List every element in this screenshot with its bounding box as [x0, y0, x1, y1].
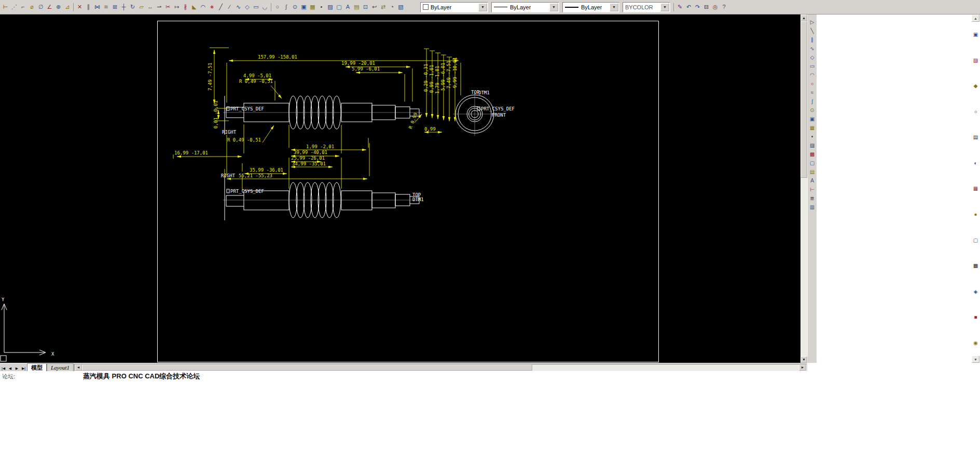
- pan-icon[interactable]: ⇄: [379, 2, 388, 13]
- dim-center-mark-icon[interactable]: ⊕: [54, 2, 63, 13]
- dock-scroll-up-icon[interactable]: ▲: [972, 15, 979, 22]
- circle-icon[interactable]: ○: [273, 2, 282, 13]
- named-views-icon[interactable]: ▧: [396, 2, 405, 13]
- multiline-icon[interactable]: ∥: [808, 35, 817, 44]
- stretch-icon[interactable]: ↔: [146, 2, 155, 13]
- trim-icon[interactable]: ✂: [163, 2, 172, 13]
- break-icon[interactable]: ∦: [181, 2, 190, 13]
- select-icon[interactable]: ▷: [808, 18, 817, 26]
- line-icon[interactable]: ╲: [808, 26, 817, 35]
- ellipse-icon[interactable]: ⊙: [291, 2, 299, 13]
- revision-cloud-icon[interactable]: ≈: [808, 88, 817, 97]
- tab-model[interactable]: 模型: [27, 363, 47, 371]
- dim-diameter-icon[interactable]: ∅: [36, 2, 45, 13]
- scroll-right-button[interactable]: ►: [799, 364, 806, 371]
- line-icon[interactable]: ╱: [216, 2, 225, 13]
- scroll-up-button[interactable]: ▲: [800, 15, 807, 21]
- palette-icon[interactable]: ▣: [973, 32, 978, 37]
- vertical-scroll-thumb[interactable]: [800, 21, 807, 178]
- table-tool-icon[interactable]: ▤: [973, 134, 978, 140]
- square-tool-icon[interactable]: ■: [974, 314, 977, 320]
- orbit-icon[interactable]: ◔: [388, 2, 396, 13]
- scroll-down-button[interactable]: ▼: [800, 356, 807, 363]
- gradient-tool-icon[interactable]: ▩: [973, 263, 978, 269]
- region-icon[interactable]: ▢: [808, 159, 817, 167]
- ellipse-icon[interactable]: ⊙: [808, 106, 817, 115]
- spline-icon[interactable]: ∫: [808, 97, 817, 106]
- diamond-tool-icon[interactable]: ◈: [974, 289, 978, 294]
- horizontal-scroll-thumb[interactable]: [82, 364, 532, 371]
- point-icon[interactable]: •: [317, 2, 326, 13]
- help-icon[interactable]: ?: [720, 2, 728, 13]
- point-icon[interactable]: •: [808, 132, 817, 141]
- shade-tool-icon[interactable]: ◐: [974, 160, 977, 166]
- table-icon[interactable]: ▤: [352, 2, 361, 13]
- arc-icon[interactable]: ◡: [260, 2, 269, 13]
- dim-aligned-icon[interactable]: ⋰: [10, 2, 19, 13]
- tab-layout1[interactable]: Layout1: [47, 363, 74, 371]
- offset-icon[interactable]: ≋: [102, 2, 111, 13]
- dim-style-icon[interactable]: ⊿: [63, 2, 72, 13]
- linetype-control[interactable]: ByLayer ▼: [491, 2, 559, 12]
- explode-icon[interactable]: ∗: [208, 2, 216, 13]
- dock-scroll-down-icon[interactable]: ▼: [972, 356, 979, 363]
- color-control[interactable]: ByLayer ▼: [420, 2, 488, 12]
- polyline-icon[interactable]: ∿: [234, 2, 243, 13]
- spline-icon[interactable]: ∫: [282, 2, 291, 13]
- array-icon[interactable]: ⊞: [111, 2, 119, 13]
- vertical-scrollbar[interactable]: ▲ ▼: [800, 15, 807, 363]
- insert-block-icon[interactable]: ▣: [808, 115, 817, 123]
- gradient-icon[interactable]: ▩: [808, 150, 817, 159]
- arc-icon[interactable]: ◠: [808, 70, 817, 79]
- table-icon[interactable]: ▤: [808, 167, 817, 176]
- dropdown-arrow-icon[interactable]: ▼: [478, 3, 487, 11]
- dropdown-arrow-icon[interactable]: ▼: [549, 3, 558, 11]
- mirror-icon[interactable]: ⋈: [93, 2, 102, 13]
- scroll-left-button[interactable]: ◄: [75, 364, 82, 371]
- hatch-icon[interactable]: ▨: [808, 141, 817, 150]
- zoom-window-icon[interactable]: ⊡: [361, 2, 370, 13]
- dropdown-arrow-icon[interactable]: ▼: [660, 3, 669, 11]
- point-tool-icon[interactable]: ●: [974, 211, 977, 217]
- match-properties-icon[interactable]: ✎: [675, 2, 684, 13]
- rectangle-icon[interactable]: ▭: [252, 2, 260, 13]
- rectangle-icon[interactable]: ▭: [808, 62, 817, 70]
- circle-icon[interactable]: ○: [808, 79, 817, 88]
- scale-icon[interactable]: ▱: [137, 2, 146, 13]
- fillet-icon[interactable]: ◠: [199, 2, 208, 13]
- block-tool-icon[interactable]: ◆: [974, 83, 978, 89]
- circle-tool-icon[interactable]: ○: [974, 109, 977, 115]
- dimension-icon[interactable]: ⊢: [808, 185, 817, 194]
- make-block-icon[interactable]: ▦: [808, 123, 817, 132]
- move-icon[interactable]: ┼: [119, 2, 128, 13]
- dropdown-arrow-icon[interactable]: ▼: [610, 3, 618, 11]
- chamfer-icon[interactable]: ◣: [190, 2, 199, 13]
- horizontal-scroll-track[interactable]: [532, 364, 799, 371]
- dim-angular-icon[interactable]: ∠: [45, 2, 54, 13]
- polygon-icon[interactable]: ◇: [243, 2, 252, 13]
- hatch-icon[interactable]: ▨: [326, 2, 335, 13]
- region-icon[interactable]: ▢: [335, 2, 343, 13]
- view-tool-icon[interactable]: ◉: [973, 340, 978, 346]
- rotate-icon[interactable]: ↻: [128, 2, 137, 13]
- hatch-tool-icon[interactable]: ▨: [973, 58, 978, 63]
- dim-ordinate-icon[interactable]: ⌐: [19, 2, 27, 13]
- insert-block-icon[interactable]: ▣: [299, 2, 308, 13]
- layers-icon[interactable]: ▥: [808, 203, 817, 211]
- drawing-canvas[interactable]: 157,99 -158,0119,99 -20,015,99 -6,014,99…: [0, 15, 800, 363]
- text-icon[interactable]: A: [808, 176, 817, 185]
- region-tool-icon[interactable]: ▢: [973, 237, 978, 243]
- properties-icon[interactable]: ≣: [808, 194, 817, 203]
- construction-line-icon[interactable]: ∕: [225, 2, 234, 13]
- erase-icon[interactable]: ✕: [75, 2, 84, 13]
- lengthen-icon[interactable]: ⇀: [155, 2, 163, 13]
- polygon-icon[interactable]: ◇: [808, 53, 817, 62]
- make-block-icon[interactable]: ▦: [308, 2, 317, 13]
- polyline-icon[interactable]: ∿: [808, 44, 817, 53]
- horizontal-scrollbar[interactable]: ◄ ►: [74, 364, 807, 371]
- dim-linear-icon[interactable]: ⊢: [1, 2, 10, 13]
- copy-icon[interactable]: ∥: [84, 2, 93, 13]
- redo-icon[interactable]: ↷: [693, 2, 702, 13]
- zoom-previous-icon[interactable]: ↩: [370, 2, 379, 13]
- find-icon[interactable]: ◎: [711, 2, 720, 13]
